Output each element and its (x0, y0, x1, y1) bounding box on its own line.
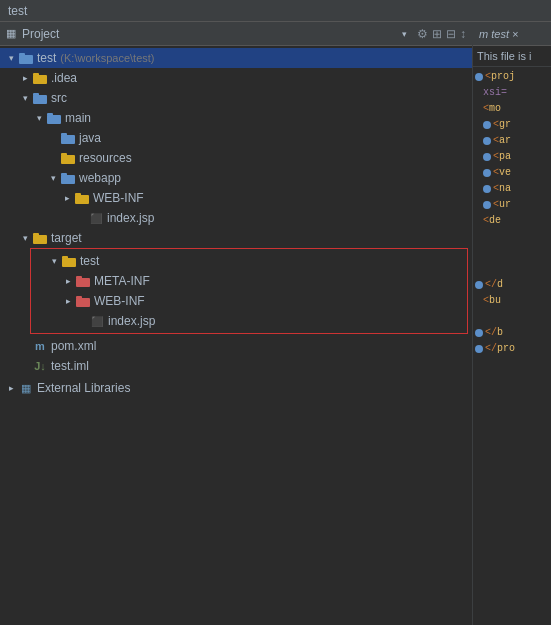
project-dropdown-arrow[interactable]: ▾ (402, 29, 407, 39)
dot-6 (483, 153, 491, 161)
collapse-icon[interactable]: ⊞ (432, 27, 442, 41)
metainf-label: META-INF (94, 274, 150, 288)
right-panel: m test × This file is i <proj xsi= <mo (473, 22, 551, 625)
xml-line-8: <na (475, 181, 549, 197)
resources-label: resources (79, 151, 132, 165)
tree-item-extlibs[interactable]: ▦ External Libraries (0, 378, 472, 398)
test-folder-label: test (80, 254, 99, 268)
tree-item-java[interactable]: java (0, 128, 472, 148)
svg-rect-0 (19, 55, 33, 64)
svg-rect-4 (33, 95, 47, 104)
idea-folder-icon (32, 71, 48, 85)
svg-rect-1 (19, 53, 25, 56)
tree-item-src[interactable]: src (0, 88, 472, 108)
expand-icon[interactable]: ↕ (460, 27, 466, 41)
root-path: (K:\workspace\test) (60, 52, 154, 64)
tree-item-indexjsp1[interactable]: ⬛ index.jsp (0, 208, 472, 228)
svg-rect-8 (61, 135, 75, 144)
title-bar: test (0, 0, 551, 22)
xml-line-9: <ur (475, 197, 549, 213)
right-hint-text: This file is i (477, 50, 531, 62)
svg-rect-23 (76, 296, 82, 299)
src-label: src (51, 91, 67, 105)
svg-rect-14 (75, 195, 89, 204)
project-tree: test (K:\workspace\test) .idea (0, 46, 472, 625)
xml-line-6: <pa (475, 149, 549, 165)
webapp-label: webapp (79, 171, 121, 185)
svg-rect-20 (76, 278, 90, 287)
tree-item-resources[interactable]: resources (0, 148, 472, 168)
metainf-arrow (61, 274, 75, 288)
java-spacer (46, 131, 60, 145)
indexjsp1-label: index.jsp (107, 211, 154, 225)
indexjsp2-file-icon: ⬛ (89, 314, 105, 328)
filter-icon[interactable]: ⊟ (446, 27, 456, 41)
xml-line-7: <ve (475, 165, 549, 181)
webinf2-arrow (61, 294, 75, 308)
tree-item-main[interactable]: main (0, 108, 472, 128)
dot-4 (483, 121, 491, 129)
java-label: java (79, 131, 101, 145)
xml-gap2 (475, 309, 549, 325)
red-border-box: test META-INF (30, 248, 468, 334)
dot-5 (483, 137, 491, 145)
dot-1 (475, 73, 483, 81)
xml-line-3: <mo (475, 101, 549, 117)
svg-rect-3 (33, 73, 39, 76)
webinf1-folder-icon (74, 191, 90, 205)
tree-item-webinf2[interactable]: WEB-INF (31, 291, 467, 311)
tree-item-pomxml[interactable]: m pom.xml (0, 336, 472, 356)
content-area: ▦ Project ▾ ⚙ ⊞ ⊟ ↕ (0, 22, 551, 625)
dot-17 (475, 329, 483, 337)
svg-rect-9 (61, 133, 67, 136)
svg-rect-15 (75, 193, 81, 196)
webinf2-folder-icon (75, 294, 91, 308)
target-arrow (18, 231, 32, 245)
tree-item-testiml[interactable]: J↓ test.iml (0, 356, 472, 376)
tree-item-webinf1[interactable]: WEB-INF (0, 188, 472, 208)
svg-rect-7 (47, 113, 53, 116)
tree-item-target[interactable]: target (0, 228, 472, 248)
xml-content: <proj xsi= <mo <gr <ar <pa (473, 67, 551, 359)
tree-item-indexjsp2[interactable]: ⬛ index.jsp (31, 311, 467, 331)
testiml-label: test.iml (51, 359, 89, 373)
tree-item-test-folder[interactable]: test (31, 251, 467, 271)
right-tab-label[interactable]: m test × (479, 28, 518, 40)
right-hint: This file is i (473, 46, 551, 67)
resources-spacer (46, 151, 60, 165)
dot-9 (483, 201, 491, 209)
indexjsp1-spacer (74, 211, 88, 225)
svg-rect-2 (33, 75, 47, 84)
metainf-folder-icon (75, 274, 91, 288)
testiml-file-icon: J↓ (32, 359, 48, 373)
dot-8 (483, 185, 491, 193)
extlibs-label: External Libraries (37, 381, 130, 395)
pomxml-label: pom.xml (51, 339, 96, 353)
root-label: test (37, 51, 56, 65)
indexjsp1-file-icon: ⬛ (88, 211, 104, 225)
xml-line-4: <gr (475, 117, 549, 133)
webinf1-label: WEB-INF (93, 191, 144, 205)
tree-item-metainf[interactable]: META-INF (31, 271, 467, 291)
project-panel: ▦ Project ▾ ⚙ ⊞ ⊟ ↕ (0, 22, 473, 625)
indexjsp2-label: index.jsp (108, 314, 155, 328)
root-arrow (4, 51, 18, 65)
tree-item-root[interactable]: test (K:\workspace\test) (0, 48, 472, 68)
src-folder-icon (32, 91, 48, 105)
webinf2-label: WEB-INF (94, 294, 145, 308)
idea-label: .idea (51, 71, 77, 85)
right-tab-bar: m test × (473, 22, 551, 46)
xml-gap (475, 229, 549, 277)
title-text: test (8, 4, 27, 18)
pomxml-spacer (18, 339, 32, 353)
target-folder-icon (32, 231, 48, 245)
project-icon: ▦ (6, 27, 16, 40)
main-layout: ▦ Project ▾ ⚙ ⊞ ⊟ ↕ (0, 22, 551, 625)
xml-line-1: <proj (475, 69, 549, 85)
test-folder-arrow (47, 254, 61, 268)
tree-item-idea[interactable]: .idea (0, 68, 472, 88)
settings-icon[interactable]: ⚙ (417, 27, 428, 41)
svg-rect-6 (47, 115, 61, 124)
xml-line-15: <bu (475, 293, 549, 309)
tree-item-webapp[interactable]: webapp (0, 168, 472, 188)
